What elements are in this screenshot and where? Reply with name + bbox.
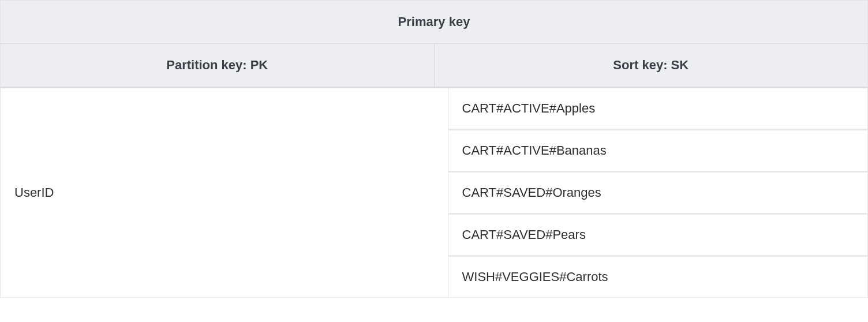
sort-key-header: Sort key: SK	[435, 44, 868, 88]
sort-key-cell: CART#SAVED#Pears	[448, 215, 868, 257]
primary-key-table: Primary key Partition key: PK Sort key: …	[0, 0, 868, 298]
table-header-row: Partition key: PK Sort key: SK	[1, 44, 867, 88]
table-body-row: UserID CART#ACTIVE#Apples CART#ACTIVE#Ba…	[1, 88, 867, 297]
sort-key-cell: WISH#VEGGIES#Carrots	[448, 257, 868, 297]
sort-key-column: CART#ACTIVE#Apples CART#ACTIVE#Bananas C…	[448, 88, 868, 297]
sort-key-cell: CART#ACTIVE#Bananas	[448, 130, 868, 173]
partition-key-cell: UserID	[1, 88, 448, 297]
sort-key-cell: CART#ACTIVE#Apples	[448, 88, 868, 130]
partition-key-header: Partition key: PK	[1, 44, 435, 88]
table-header-primary: Primary key	[1, 1, 867, 44]
sort-key-cell: CART#SAVED#Oranges	[448, 173, 868, 215]
